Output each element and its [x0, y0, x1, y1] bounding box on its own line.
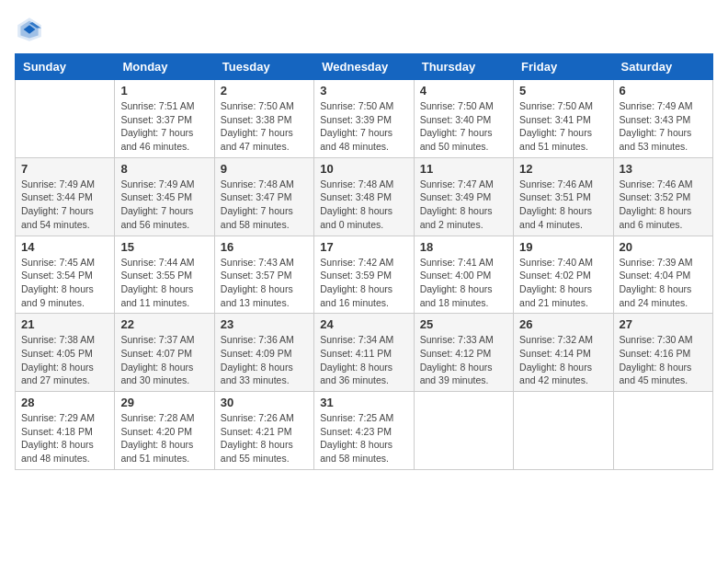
day-info: Sunrise: 7:37 AMSunset: 4:07 PMDaylight:… [120, 333, 208, 387]
day-number: 9 [221, 162, 308, 176]
day-info: Sunrise: 7:42 AMSunset: 3:59 PMDaylight:… [320, 256, 407, 310]
day-number: 26 [519, 317, 607, 331]
calendar-cell: 19Sunrise: 7:40 AMSunset: 4:02 PMDayligh… [514, 236, 613, 314]
day-number: 19 [519, 240, 607, 254]
day-info: Sunrise: 7:25 AMSunset: 4:23 PMDaylight:… [320, 411, 407, 465]
week-row-3: 14Sunrise: 7:45 AMSunset: 3:54 PMDayligh… [16, 236, 713, 314]
day-info: Sunrise: 7:33 AMSunset: 4:12 PMDaylight:… [420, 333, 507, 387]
calendar-cell: 12Sunrise: 7:46 AMSunset: 3:51 PMDayligh… [514, 157, 613, 236]
day-info: Sunrise: 7:47 AMSunset: 3:49 PMDaylight:… [420, 178, 507, 232]
day-number: 21 [21, 317, 108, 331]
day-number: 16 [221, 240, 308, 254]
calendar-table: SundayMondayTuesdayWednesdayThursdayFrid… [15, 53, 713, 470]
calendar-cell: 27Sunrise: 7:30 AMSunset: 4:16 PMDayligh… [613, 314, 712, 392]
calendar-cell: 24Sunrise: 7:34 AMSunset: 4:11 PMDayligh… [314, 314, 414, 392]
logo [15, 15, 48, 44]
day-number: 29 [120, 396, 208, 409]
week-row-1: 1Sunrise: 7:51 AMSunset: 3:37 PMDaylight… [16, 80, 713, 158]
day-info: Sunrise: 7:36 AMSunset: 4:09 PMDaylight:… [221, 333, 308, 387]
day-info: Sunrise: 7:48 AMSunset: 3:47 PMDaylight:… [221, 178, 308, 232]
calendar-cell: 7Sunrise: 7:49 AMSunset: 3:44 PMDaylight… [16, 157, 115, 236]
day-number: 25 [420, 317, 507, 331]
day-info: Sunrise: 7:38 AMSunset: 4:05 PMDaylight:… [21, 333, 108, 387]
day-number: 28 [21, 396, 108, 409]
logo-icon [15, 15, 44, 44]
day-number: 7 [21, 162, 108, 176]
calendar-cell: 23Sunrise: 7:36 AMSunset: 4:09 PMDayligh… [214, 314, 313, 392]
day-number: 11 [420, 162, 507, 176]
calendar-cell: 21Sunrise: 7:38 AMSunset: 4:05 PMDayligh… [16, 314, 115, 392]
calendar-cell [16, 80, 115, 158]
day-number: 17 [320, 240, 407, 254]
day-info: Sunrise: 7:51 AMSunset: 3:37 PMDaylight:… [120, 99, 208, 154]
day-number: 27 [620, 317, 707, 331]
calendar-cell: 16Sunrise: 7:43 AMSunset: 3:57 PMDayligh… [214, 236, 313, 314]
calendar-cell: 13Sunrise: 7:46 AMSunset: 3:52 PMDayligh… [613, 157, 712, 236]
week-row-4: 21Sunrise: 7:38 AMSunset: 4:05 PMDayligh… [16, 314, 713, 392]
day-number: 23 [221, 317, 308, 331]
day-info: Sunrise: 7:43 AMSunset: 3:57 PMDaylight:… [221, 256, 308, 310]
day-info: Sunrise: 7:50 AMSunset: 3:38 PMDaylight:… [221, 99, 308, 154]
calendar-cell: 6Sunrise: 7:49 AMSunset: 3:43 PMDaylight… [613, 80, 712, 158]
calendar-cell: 18Sunrise: 7:41 AMSunset: 4:00 PMDayligh… [414, 236, 513, 314]
day-number: 22 [120, 317, 208, 331]
day-info: Sunrise: 7:32 AMSunset: 4:14 PMDaylight:… [519, 333, 607, 387]
calendar-cell: 10Sunrise: 7:48 AMSunset: 3:48 PMDayligh… [314, 157, 414, 236]
calendar-cell: 2Sunrise: 7:50 AMSunset: 3:38 PMDaylight… [214, 80, 313, 158]
day-number: 14 [21, 240, 108, 254]
day-number: 5 [519, 84, 607, 98]
calendar-header-row: SundayMondayTuesdayWednesdayThursdayFrid… [16, 54, 713, 80]
day-info: Sunrise: 7:46 AMSunset: 3:52 PMDaylight:… [620, 178, 707, 232]
col-header-sunday: Sunday [16, 54, 115, 80]
day-info: Sunrise: 7:41 AMSunset: 4:00 PMDaylight:… [420, 256, 507, 310]
calendar-cell: 22Sunrise: 7:37 AMSunset: 4:07 PMDayligh… [115, 314, 214, 392]
calendar-cell: 5Sunrise: 7:50 AMSunset: 3:41 PMDaylight… [514, 80, 613, 158]
day-number: 31 [320, 396, 407, 409]
col-header-monday: Monday [115, 54, 214, 80]
day-number: 13 [620, 162, 707, 176]
day-number: 15 [120, 240, 208, 254]
day-info: Sunrise: 7:50 AMSunset: 3:41 PMDaylight:… [519, 99, 607, 154]
col-header-wednesday: Wednesday [314, 54, 414, 80]
day-number: 4 [420, 84, 507, 98]
day-info: Sunrise: 7:34 AMSunset: 4:11 PMDaylight:… [320, 333, 407, 387]
day-info: Sunrise: 7:50 AMSunset: 3:39 PMDaylight:… [320, 99, 407, 154]
day-info: Sunrise: 7:39 AMSunset: 4:04 PMDaylight:… [620, 256, 707, 310]
day-number: 30 [221, 396, 308, 409]
calendar-cell: 4Sunrise: 7:50 AMSunset: 3:40 PMDaylight… [414, 80, 513, 158]
calendar-cell: 1Sunrise: 7:51 AMSunset: 3:37 PMDaylight… [115, 80, 214, 158]
calendar-cell: 28Sunrise: 7:29 AMSunset: 4:18 PMDayligh… [16, 392, 115, 470]
calendar-cell: 15Sunrise: 7:44 AMSunset: 3:55 PMDayligh… [115, 236, 214, 314]
calendar-cell: 31Sunrise: 7:25 AMSunset: 4:23 PMDayligh… [314, 392, 414, 470]
col-header-friday: Friday [514, 54, 613, 80]
day-info: Sunrise: 7:45 AMSunset: 3:54 PMDaylight:… [21, 256, 108, 310]
day-info: Sunrise: 7:48 AMSunset: 3:48 PMDaylight:… [320, 178, 407, 232]
calendar-cell [514, 392, 613, 470]
day-number: 24 [320, 317, 407, 331]
day-number: 10 [320, 162, 407, 176]
col-header-tuesday: Tuesday [214, 54, 313, 80]
day-info: Sunrise: 7:29 AMSunset: 4:18 PMDaylight:… [21, 411, 108, 465]
calendar-cell: 11Sunrise: 7:47 AMSunset: 3:49 PMDayligh… [414, 157, 513, 236]
day-info: Sunrise: 7:44 AMSunset: 3:55 PMDaylight:… [120, 256, 208, 310]
day-number: 20 [620, 240, 707, 254]
calendar-cell: 3Sunrise: 7:50 AMSunset: 3:39 PMDaylight… [314, 80, 414, 158]
day-info: Sunrise: 7:49 AMSunset: 3:44 PMDaylight:… [21, 178, 108, 232]
day-number: 12 [519, 162, 607, 176]
calendar-cell: 26Sunrise: 7:32 AMSunset: 4:14 PMDayligh… [514, 314, 613, 392]
col-header-saturday: Saturday [613, 54, 712, 80]
day-info: Sunrise: 7:30 AMSunset: 4:16 PMDaylight:… [620, 333, 707, 387]
day-info: Sunrise: 7:46 AMSunset: 3:51 PMDaylight:… [519, 178, 607, 232]
day-info: Sunrise: 7:50 AMSunset: 3:40 PMDaylight:… [420, 99, 507, 154]
day-info: Sunrise: 7:40 AMSunset: 4:02 PMDaylight:… [519, 256, 607, 310]
calendar-cell [613, 392, 712, 470]
day-info: Sunrise: 7:49 AMSunset: 3:45 PMDaylight:… [120, 178, 208, 232]
calendar-cell: 25Sunrise: 7:33 AMSunset: 4:12 PMDayligh… [414, 314, 513, 392]
week-row-2: 7Sunrise: 7:49 AMSunset: 3:44 PMDaylight… [16, 157, 713, 236]
day-number: 1 [120, 84, 208, 98]
calendar-cell: 29Sunrise: 7:28 AMSunset: 4:20 PMDayligh… [115, 392, 214, 470]
calendar-cell: 30Sunrise: 7:26 AMSunset: 4:21 PMDayligh… [214, 392, 313, 470]
day-number: 18 [420, 240, 507, 254]
day-info: Sunrise: 7:26 AMSunset: 4:21 PMDaylight:… [221, 411, 308, 465]
calendar-cell: 8Sunrise: 7:49 AMSunset: 3:45 PMDaylight… [115, 157, 214, 236]
